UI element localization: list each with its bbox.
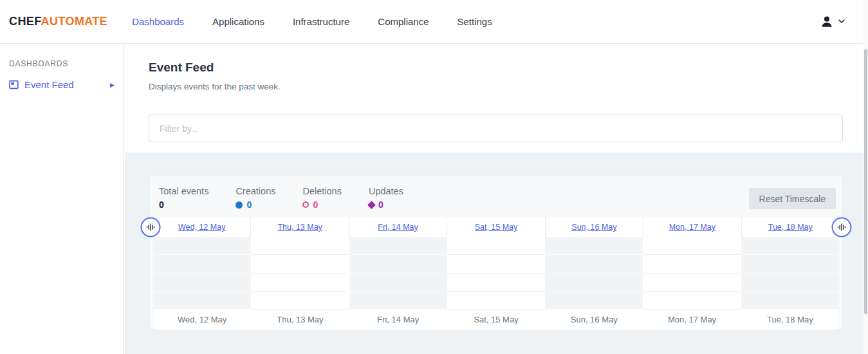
- stats-row: Total events0Creations0Deletions0Updates…: [150, 176, 842, 210]
- grid-cell: [643, 255, 741, 273]
- sidebar-heading: DASHBOARDS: [0, 59, 124, 68]
- user-menu[interactable]: [820, 15, 853, 29]
- grid-cell: [545, 274, 643, 292]
- grid-cell: [349, 292, 447, 310]
- day-axis-label: Fri, 14 May: [349, 310, 447, 330]
- stat-deletions: Deletions0: [302, 186, 341, 210]
- nav-item-compliance[interactable]: Compliance: [378, 16, 429, 27]
- day-axis-label: Wed, 12 May: [153, 310, 251, 330]
- nav-item-applications[interactable]: Applications: [212, 16, 264, 27]
- day-axis-label: Mon, 17 May: [643, 310, 741, 330]
- nav-item-settings[interactable]: Settings: [457, 16, 492, 27]
- day-link-thu-13-may[interactable]: Thu, 13 May: [277, 223, 322, 232]
- stat-value: 0: [159, 200, 208, 210]
- nav-item-dashboards[interactable]: Dashboards: [132, 16, 184, 27]
- event-feed-section: Total events0Creations0Deletions0Updates…: [125, 153, 864, 354]
- stat-count: 0: [313, 200, 318, 210]
- grid-cell: [741, 237, 839, 255]
- grid-cell: [545, 237, 643, 255]
- main-content: Event Feed Displays events for the past …: [125, 44, 868, 354]
- day-axis-label: Sat, 15 May: [447, 310, 545, 330]
- grid-cell: [545, 292, 643, 310]
- timescale-left-handle[interactable]: [141, 218, 161, 238]
- day-link-tue-18-may[interactable]: Tue, 18 May: [768, 223, 813, 232]
- sidebar: DASHBOARDS Event Feed▶: [0, 44, 124, 354]
- grid-cell: [153, 237, 251, 255]
- chef-automate-logo[interactable]: CHEFAUTOMATE: [9, 15, 107, 28]
- day-header-cell: Wed, 12 May: [153, 218, 251, 237]
- day-axis-label: Thu, 13 May: [251, 310, 349, 330]
- grid-cell: [741, 274, 839, 292]
- sidebar-items: Event Feed▶: [0, 79, 124, 90]
- day-link-mon-17-may[interactable]: Mon, 17 May: [669, 223, 716, 232]
- diamond-icon: [367, 201, 376, 209]
- slider-bars-icon: [838, 223, 846, 232]
- day-link-wed-12-may[interactable]: Wed, 12 May: [178, 223, 225, 232]
- grid-cell: [153, 274, 251, 292]
- day-link-sat-15-may[interactable]: Sat, 15 May: [475, 223, 518, 232]
- stat-count: 0: [159, 200, 164, 210]
- stat-count: 0: [378, 200, 383, 210]
- grid-cell: [447, 292, 545, 310]
- day-axis-labels: Wed, 12 MayThu, 13 MayFri, 14 MaySat, 15…: [153, 310, 839, 330]
- stat-label: Total events: [159, 186, 208, 196]
- day-header-cell: Fri, 14 May: [349, 218, 447, 237]
- grid-cell: [643, 237, 741, 255]
- day-header-cell: Mon, 17 May: [643, 218, 741, 237]
- outline-circle-icon: [302, 201, 309, 208]
- grid-cell: [741, 255, 839, 273]
- event-feed-icon: [9, 80, 19, 89]
- timescale-right-handle[interactable]: [832, 218, 852, 238]
- scrollbar-thumb[interactable]: [864, 49, 867, 314]
- page-head: Event Feed Displays events for the past …: [125, 44, 868, 91]
- expand-arrow-icon: ▶: [110, 82, 115, 88]
- grid-cell: [251, 274, 349, 292]
- event-timeline-card: Total events0Creations0Deletions0Updates…: [149, 176, 843, 330]
- grid-cell: [741, 292, 839, 310]
- chevron-down-icon: [838, 19, 845, 24]
- person-icon: [820, 15, 834, 29]
- grid-cell: [545, 255, 643, 273]
- page-subtitle: Displays events for the past week.: [149, 82, 868, 91]
- logo-chef: CHEF: [9, 15, 41, 28]
- stat-count: 0: [246, 200, 252, 210]
- stat-label: Deletions: [302, 186, 341, 196]
- grid-cell: [447, 255, 545, 273]
- scrollbar[interactable]: [863, 0, 868, 354]
- day-header-cell: Tue, 18 May: [742, 218, 839, 237]
- grid-cell: [643, 292, 741, 310]
- day-header-cell: Sun, 16 May: [546, 218, 643, 237]
- grid-cell: [153, 292, 251, 310]
- grid-cell: [349, 237, 447, 255]
- day-header-cell: Sat, 15 May: [447, 218, 545, 237]
- grid-cell: [447, 274, 545, 292]
- grid-cell: [251, 237, 349, 255]
- grid-cell: [153, 255, 251, 273]
- day-header-cell: Thu, 13 May: [251, 218, 349, 237]
- timeline-header: Wed, 12 MayThu, 13 MayFri, 14 MaySat, 15…: [153, 218, 839, 237]
- stat-label: Updates: [369, 186, 403, 196]
- day-axis-label: Sun, 16 May: [545, 310, 643, 330]
- grid-cell: [251, 255, 349, 273]
- page-title: Event Feed: [149, 61, 868, 75]
- event-grid: [153, 237, 839, 310]
- day-link-sun-16-may[interactable]: Sun, 16 May: [571, 223, 616, 232]
- filled-circle-icon: [235, 201, 243, 209]
- stat-updates: Updates0: [369, 186, 403, 210]
- stat-creations: Creations0: [235, 186, 275, 210]
- grid-cell: [643, 274, 741, 292]
- logo-automate: AUTOMATE: [41, 15, 108, 28]
- day-axis-label: Tue, 18 May: [741, 310, 839, 330]
- reset-timescale-button[interactable]: Reset Timescale: [749, 188, 836, 209]
- top-nav: CHEFAUTOMATE DashboardsApplicationsInfra…: [0, 0, 868, 44]
- stats-group: Total events0Creations0Deletions0Updates…: [159, 186, 430, 210]
- grid-cell: [251, 292, 349, 310]
- filter-input[interactable]: [149, 115, 843, 142]
- day-link-fri-14-may[interactable]: Fri, 14 May: [378, 223, 418, 232]
- sidebar-item-event-feed[interactable]: Event Feed▶: [0, 79, 124, 90]
- stat-value: 0: [369, 200, 403, 210]
- slider-bars-icon: [147, 223, 155, 232]
- stat-total-events: Total events0: [159, 186, 208, 210]
- stat-value: 0: [235, 200, 275, 210]
- nav-item-infrastructure[interactable]: Infrastructure: [293, 16, 349, 27]
